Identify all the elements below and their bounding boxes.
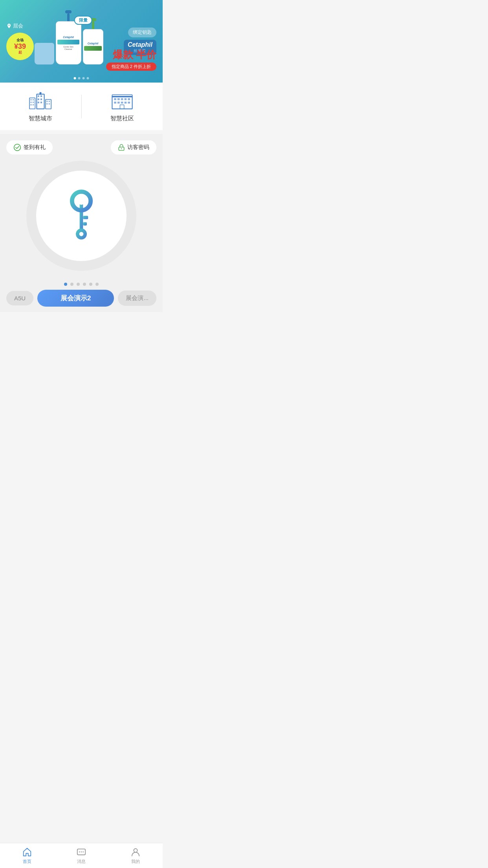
svg-point-40 bbox=[77, 197, 85, 205]
cdot-1 bbox=[64, 283, 67, 286]
lock-icon bbox=[118, 144, 125, 151]
svg-rect-30 bbox=[124, 102, 127, 104]
banner-dots bbox=[74, 77, 89, 79]
headline-main: 爆款 半价 bbox=[106, 48, 156, 62]
bind-key-button[interactable]: 绑定钥匙 bbox=[128, 28, 156, 37]
banner-location: 屈会 bbox=[6, 22, 34, 29]
headline-sub: 指定商品 2 件折上折 bbox=[106, 63, 156, 71]
svg-rect-5 bbox=[31, 104, 32, 105]
visitor-code-button[interactable]: 访客密码 bbox=[111, 140, 156, 154]
svg-rect-13 bbox=[40, 102, 42, 103]
nav-spacer bbox=[0, 312, 163, 337]
svg-point-35 bbox=[121, 148, 122, 149]
community-building-icon bbox=[110, 90, 135, 112]
bottle-med: Cetaphil bbox=[83, 18, 103, 64]
city-label: 智慧城市 bbox=[29, 115, 52, 122]
product-visual: Cetaphil Gentle SkinCleanser Cetaphil bbox=[33, 2, 104, 73]
location-text: 屈会 bbox=[13, 22, 23, 29]
svg-rect-19 bbox=[49, 103, 50, 105]
svg-rect-12 bbox=[38, 102, 39, 103]
banner-dot-3 bbox=[83, 77, 85, 79]
tab-exhibition-2[interactable]: 展会演示2 bbox=[37, 290, 114, 307]
svg-rect-9 bbox=[40, 96, 42, 97]
tab-a5u[interactable]: A5U bbox=[6, 291, 33, 305]
svg-rect-0 bbox=[29, 98, 35, 109]
banner-left: 屈会 全场 ¥39 起 bbox=[6, 22, 34, 60]
tab-switcher: A5U 展会演示2 展会演... bbox=[0, 290, 163, 312]
svg-rect-1 bbox=[31, 99, 32, 100]
key-actions: 签到有礼 访客密码 bbox=[6, 140, 156, 154]
svg-rect-11 bbox=[40, 99, 42, 100]
svg-rect-36 bbox=[80, 201, 83, 230]
tab-exhibition-more[interactable]: 展会演... bbox=[118, 291, 156, 306]
key-circle-outer[interactable] bbox=[26, 161, 136, 271]
svg-rect-25 bbox=[124, 98, 127, 100]
svg-rect-28 bbox=[117, 102, 120, 104]
bottle-sm bbox=[35, 43, 54, 64]
checkin-label: 签到有礼 bbox=[24, 144, 46, 151]
checkin-button[interactable]: 签到有礼 bbox=[6, 140, 53, 154]
banner-dot-2 bbox=[78, 77, 81, 79]
banner-headline: 爆款 半价 指定商品 2 件折上折 bbox=[106, 48, 156, 71]
banner-dot-4 bbox=[87, 77, 89, 79]
category-smart-city[interactable]: 智慧城市 bbox=[0, 90, 81, 122]
svg-rect-31 bbox=[128, 102, 130, 104]
limited-badge: 限量 bbox=[74, 16, 92, 25]
svg-rect-27 bbox=[114, 102, 116, 104]
price-amount: ¥39 bbox=[14, 43, 26, 50]
banner: 屈会 全场 ¥39 起 Cetaphil Gen bbox=[0, 0, 163, 83]
community-label: 智慧社区 bbox=[110, 115, 134, 122]
svg-rect-16 bbox=[46, 101, 48, 102]
svg-rect-39 bbox=[83, 222, 87, 226]
svg-rect-3 bbox=[31, 102, 32, 103]
svg-rect-24 bbox=[121, 98, 123, 100]
key-circle-inner bbox=[36, 171, 127, 261]
category-smart-community[interactable]: 智慧社区 bbox=[82, 90, 163, 122]
carousel-dots bbox=[0, 277, 163, 290]
svg-rect-17 bbox=[49, 101, 50, 102]
svg-rect-8 bbox=[38, 96, 39, 97]
svg-rect-22 bbox=[114, 98, 116, 100]
cdot-3 bbox=[77, 283, 80, 286]
location-icon bbox=[6, 23, 12, 29]
svg-rect-32 bbox=[120, 105, 124, 109]
svg-rect-38 bbox=[83, 216, 88, 219]
key-section: 签到有礼 访客密码 bbox=[0, 134, 163, 277]
key-icon bbox=[60, 188, 103, 243]
price-badge: 全场 ¥39 起 bbox=[6, 33, 34, 60]
cdot-4 bbox=[83, 283, 86, 286]
svg-rect-4 bbox=[33, 102, 34, 103]
svg-rect-29 bbox=[121, 102, 123, 104]
cdot-6 bbox=[95, 283, 99, 286]
svg-rect-15 bbox=[46, 99, 51, 109]
price-suffix: 起 bbox=[18, 50, 22, 55]
city-building-icon bbox=[28, 90, 53, 112]
banner-dot-1 bbox=[74, 77, 76, 79]
check-circle-icon bbox=[13, 143, 21, 151]
svg-rect-23 bbox=[117, 98, 120, 100]
cdot-2 bbox=[70, 283, 73, 286]
svg-rect-18 bbox=[46, 103, 48, 105]
svg-rect-14 bbox=[40, 92, 42, 95]
visitor-code-label: 访客密码 bbox=[127, 144, 149, 151]
svg-rect-6 bbox=[33, 104, 34, 105]
cdot-5 bbox=[89, 283, 92, 286]
svg-rect-10 bbox=[38, 99, 39, 100]
categories-section: 智慧城市 智慧社区 bbox=[0, 83, 163, 130]
svg-rect-2 bbox=[33, 99, 34, 100]
svg-point-42 bbox=[79, 232, 84, 236]
svg-rect-26 bbox=[128, 98, 130, 100]
svg-point-33 bbox=[14, 144, 21, 151]
cetaphil-brand: Cetaphil bbox=[128, 41, 152, 48]
